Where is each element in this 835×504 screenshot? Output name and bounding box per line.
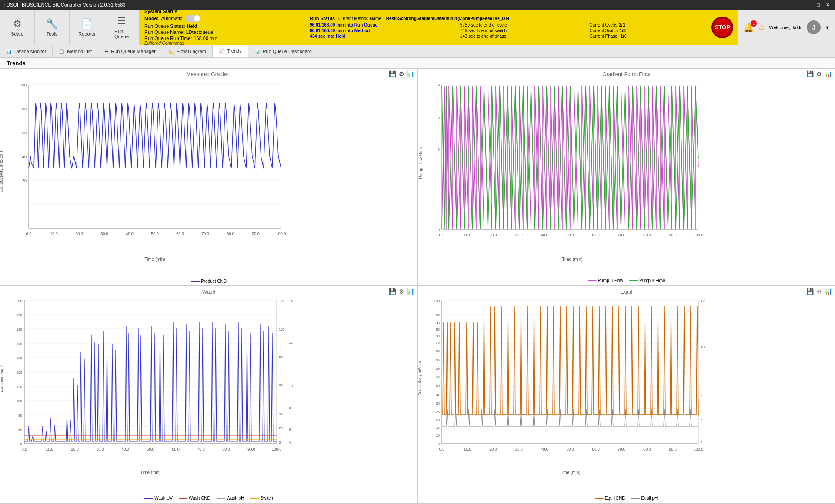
- settings-icon[interactable]: ⚙: [399, 70, 404, 77]
- svg-text:Conductivity (mS/cm): Conductivity (mS/cm): [0, 151, 3, 192]
- settings-icon[interactable]: ⚙: [816, 70, 822, 77]
- chart-equil: Equil 💾 ⚙ 📊 Conductivity mS/cm pH Time (…: [418, 286, 835, 504]
- warning-icon: ⚠: [758, 23, 765, 31]
- chart-type-icon[interactable]: 📊: [407, 288, 414, 295]
- legend-wash-cnd: Wash CND: [179, 496, 210, 501]
- legend-equil-cnd: Equil CND: [595, 496, 625, 501]
- svg-text:8: 8: [701, 393, 703, 397]
- legend-wash-uv: Wash UV: [144, 496, 173, 501]
- flow-diagram-icon: 📐: [168, 49, 174, 54]
- settings-icon[interactable]: ⚙: [399, 288, 404, 295]
- svg-text:10.0: 10.0: [464, 447, 471, 451]
- svg-text:45: 45: [436, 375, 440, 379]
- svg-text:80.0: 80.0: [643, 447, 651, 451]
- stop-button[interactable]: STOP: [711, 17, 733, 38]
- svg-text:50: 50: [436, 367, 440, 371]
- current-cycle-value: 2/1: [619, 23, 625, 27]
- svg-text:75: 75: [436, 341, 440, 345]
- chart-toolbar-gradient-pump-flow: 💾 ⚙ 📊: [806, 70, 832, 77]
- avatar[interactable]: J: [807, 20, 821, 34]
- svg-text:Conductivity mS/cm: Conductivity mS/cm: [418, 361, 422, 396]
- export-icon[interactable]: 💾: [806, 288, 814, 295]
- maximize-btn[interactable]: □: [815, 2, 822, 8]
- svg-text:15: 15: [436, 426, 440, 430]
- svg-text:85: 85: [436, 328, 440, 332]
- svg-text:30.0: 30.0: [515, 447, 523, 451]
- tab-method-list[interactable]: 📋 Method List: [53, 45, 98, 57]
- svg-text:Pump Flow Rate: Pump Flow Rate: [418, 147, 423, 179]
- mode-toggle[interactable]: [185, 15, 200, 22]
- svg-text:30.0: 30.0: [515, 233, 523, 237]
- reports-button[interactable]: 📄 Reports: [70, 10, 104, 45]
- svg-text:30: 30: [436, 401, 440, 405]
- svg-text:90.0: 90.0: [247, 447, 255, 451]
- svg-text:50.0: 50.0: [566, 233, 574, 237]
- svg-text:10: 10: [701, 345, 705, 349]
- svg-text:0: 0: [438, 228, 440, 232]
- svg-text:50.0: 50.0: [566, 447, 574, 451]
- svg-text:50.0: 50.0: [147, 447, 154, 451]
- dropdown-chevron-icon[interactable]: ▼: [825, 25, 830, 30]
- export-icon[interactable]: 💾: [806, 70, 814, 77]
- svg-text:Time (min): Time (min): [560, 470, 580, 475]
- export-icon[interactable]: 💾: [389, 288, 396, 295]
- svg-text:12: 12: [289, 341, 293, 345]
- svg-text:90.0: 90.0: [252, 232, 260, 236]
- run-status-method-value: ResinScoutingGradientDeterminingZonePump…: [386, 16, 509, 21]
- setup-label: Setup: [11, 31, 23, 36]
- chart-type-icon[interactable]: 📊: [825, 70, 832, 77]
- svg-text:80: 80: [279, 355, 283, 359]
- chart-type-icon[interactable]: 📊: [407, 70, 414, 77]
- tab-run-queue-manager[interactable]: ☰ Run Queue Manager: [98, 45, 162, 57]
- chart-toolbar-equil: 💾 ⚙ 📊: [806, 288, 832, 295]
- chart-type-icon[interactable]: 📊: [825, 288, 832, 295]
- queue-runtime-label: Run Queue Run Time:: [144, 36, 192, 41]
- svg-text:20: 20: [279, 426, 283, 430]
- svg-text:50: 50: [18, 428, 22, 432]
- settings-icon[interactable]: ⚙: [816, 288, 822, 295]
- mode-value: Automatic: [161, 16, 182, 21]
- setup-button[interactable]: ⚙ Setup: [0, 10, 35, 45]
- svg-text:0.0: 0.0: [439, 233, 445, 237]
- svg-text:180: 180: [17, 328, 23, 332]
- svg-text:Time (min): Time (min): [562, 257, 582, 262]
- svg-text:35: 35: [436, 393, 440, 397]
- close-btn[interactable]: ✕: [824, 2, 832, 8]
- chart-title-gradient-pump-flow: Gradient Pump Flow: [418, 69, 835, 77]
- svg-text:190: 190: [17, 313, 23, 317]
- stop-area: STOP: [707, 10, 738, 45]
- svg-text:0.0: 0.0: [439, 447, 445, 451]
- svg-text:A280 nm (mAU): A280 nm (mAU): [0, 365, 4, 393]
- svg-text:55: 55: [436, 358, 440, 362]
- run-queue-button[interactable]: ☰ Run Queue: [104, 10, 139, 45]
- svg-text:Time (min): Time (min): [144, 257, 165, 262]
- svg-text:60.0: 60.0: [592, 447, 600, 451]
- export-icon[interactable]: 💾: [389, 70, 396, 77]
- minimize-btn[interactable]: −: [806, 2, 812, 8]
- trends-icon: 📈: [219, 48, 225, 54]
- svg-text:6: 6: [701, 417, 703, 421]
- svg-text:6: 6: [289, 428, 291, 431]
- svg-text:60.0: 60.0: [176, 232, 184, 236]
- tab-device-monitor[interactable]: 📊 Device Monitor: [0, 45, 53, 57]
- tab-run-queue-dashboard[interactable]: 📊 Run Queue Dashboard: [248, 45, 318, 57]
- svg-text:70.0: 70.0: [618, 447, 625, 451]
- run-queue-dashboard-icon: 📊: [254, 49, 261, 54]
- tools-icon: 🔧: [46, 18, 58, 30]
- svg-text:80: 80: [22, 107, 27, 111]
- setup-icon: ⚙: [13, 18, 22, 30]
- svg-text:40: 40: [279, 412, 283, 416]
- run-status-panel: Run Status Current Method Name: ResinSco…: [304, 10, 707, 45]
- svg-text:60: 60: [22, 131, 27, 135]
- svg-text:3: 3: [438, 147, 440, 152]
- svg-text:60: 60: [279, 383, 283, 387]
- window-controls[interactable]: − □ ✕: [806, 2, 832, 8]
- svg-text:80: 80: [18, 414, 22, 418]
- svg-text:6: 6: [438, 115, 440, 119]
- svg-text:12: 12: [701, 299, 705, 303]
- tab-flow-diagram[interactable]: 📐 Flow Diagram: [162, 45, 213, 57]
- tab-trends[interactable]: 📈 Trends: [213, 45, 248, 57]
- tools-button[interactable]: 🔧 Tools: [35, 10, 70, 45]
- mode-label: Mode:: [144, 16, 158, 21]
- svg-text:70.0: 70.0: [618, 233, 625, 237]
